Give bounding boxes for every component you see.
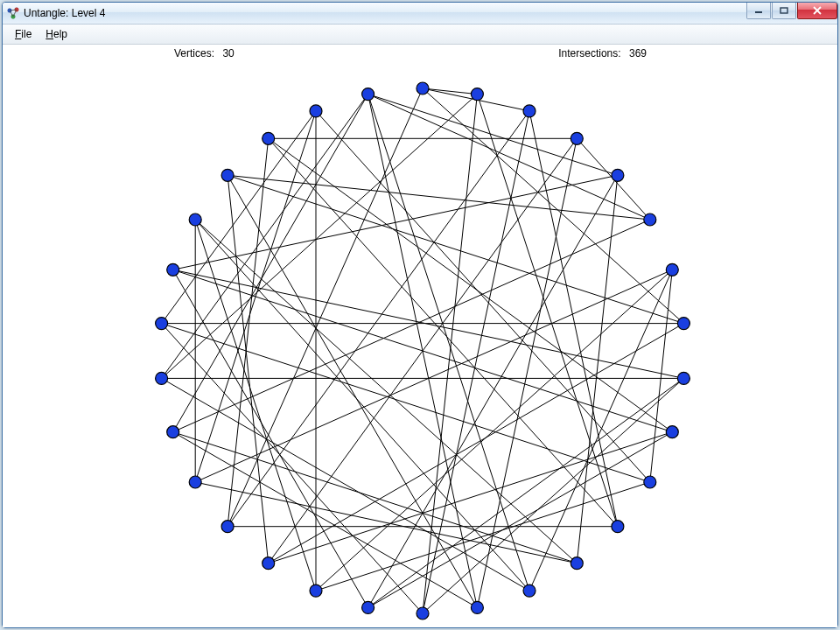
svg-rect-7 (780, 8, 788, 13)
edge (173, 432, 578, 564)
vertex[interactable] (189, 214, 201, 226)
edge (316, 270, 672, 591)
menu-help-rest: elp (53, 28, 67, 40)
graph-canvas[interactable] (3, 62, 837, 627)
vertex[interactable] (612, 169, 624, 181)
vertex[interactable] (570, 132, 583, 144)
edge (173, 220, 650, 432)
edge (173, 432, 478, 608)
vertex[interactable] (416, 82, 429, 94)
vertex[interactable] (612, 521, 624, 533)
untangle-icon (6, 6, 20, 20)
vertices-readout: Vertices: 30 (174, 47, 234, 60)
edge (423, 378, 683, 613)
vertex[interactable] (167, 263, 179, 276)
edge (173, 270, 684, 378)
edge (368, 94, 529, 592)
edge (162, 94, 478, 379)
edge (477, 94, 618, 527)
vertex[interactable] (677, 318, 690, 330)
edge (368, 94, 650, 220)
maximize-button[interactable] (772, 3, 796, 19)
vertex[interactable] (189, 476, 201, 488)
vertex[interactable] (362, 88, 374, 101)
vertex[interactable] (666, 263, 678, 276)
vertex[interactable] (666, 426, 678, 438)
vertex[interactable] (167, 426, 179, 438)
vertex[interactable] (310, 584, 322, 597)
titlebar[interactable]: Untangle: Level 4 (3, 3, 837, 24)
minimize-icon (754, 7, 763, 14)
edge (650, 270, 673, 482)
vertex[interactable] (644, 476, 656, 488)
vertex[interactable] (570, 557, 583, 570)
edge (195, 220, 316, 591)
edge (195, 270, 672, 482)
close-icon (812, 6, 822, 15)
vertex[interactable] (156, 372, 168, 384)
vertex[interactable] (471, 88, 483, 101)
edge (195, 220, 529, 591)
maximize-icon (780, 7, 788, 14)
edge (577, 175, 618, 563)
vertex[interactable] (262, 132, 275, 144)
edge (195, 482, 577, 564)
edge (195, 220, 577, 564)
vertex[interactable] (362, 601, 374, 613)
vertex[interactable] (523, 105, 536, 117)
window-title: Untangle: Level 4 (24, 3, 105, 24)
edge (368, 378, 684, 607)
edge (228, 175, 269, 563)
edge (529, 270, 672, 591)
menu-file[interactable]: File (8, 26, 38, 42)
vertices-value: 30 (222, 47, 234, 60)
edge (228, 111, 529, 527)
edge (368, 175, 618, 607)
edge (173, 270, 368, 607)
svg-rect-6 (755, 11, 762, 13)
menu-file-rest: ile (21, 28, 32, 40)
edge (173, 270, 673, 431)
edge (368, 432, 673, 608)
vertex[interactable] (471, 601, 483, 613)
intersections-value: 369 (629, 47, 647, 60)
edge (162, 324, 423, 613)
vertices-label: Vertices: (174, 47, 214, 60)
vertex[interactable] (677, 372, 690, 384)
edge (162, 378, 529, 591)
edge (316, 482, 650, 591)
edge (423, 88, 683, 324)
vertex[interactable] (523, 584, 536, 597)
vertex[interactable] (310, 105, 322, 117)
edges-group (162, 88, 684, 613)
stats-bar: Vertices: 30 Intersections: 369 (3, 45, 837, 62)
close-button[interactable] (797, 3, 837, 19)
app-window: Untangle: Level 4 File Help (2, 2, 838, 628)
window-controls (746, 3, 837, 19)
vertex[interactable] (262, 557, 275, 570)
intersections-label: Intersections: (558, 47, 620, 60)
vertex[interactable] (221, 521, 234, 533)
edge (228, 138, 269, 526)
vertex[interactable] (156, 318, 168, 330)
graph-svg[interactable] (3, 62, 837, 630)
vertex[interactable] (416, 607, 429, 620)
minimize-button[interactable] (746, 3, 771, 19)
menubar: File Help (3, 24, 837, 45)
edge (228, 88, 423, 527)
edge (423, 88, 477, 94)
menu-help[interactable]: Help (38, 26, 74, 42)
intersections-readout: Intersections: 369 (558, 47, 647, 60)
vertex[interactable] (644, 214, 656, 226)
vertex[interactable] (221, 169, 234, 181)
